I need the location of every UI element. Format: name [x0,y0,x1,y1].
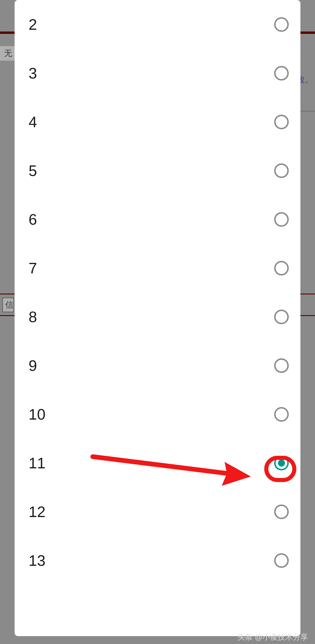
option-row-7[interactable]: 7 [15,244,300,292]
radio-button[interactable] [274,407,289,422]
radio-button[interactable] [274,553,289,568]
radio-button[interactable] [274,310,289,324]
option-label: 6 [29,211,37,228]
option-label: 11 [29,454,46,472]
option-row-13[interactable]: 13 [15,536,300,585]
option-row-12[interactable]: 12 [15,487,300,536]
radio-button[interactable] [274,456,289,470]
radio-button[interactable] [274,358,289,373]
radio-button[interactable] [274,115,289,129]
option-label: 3 [29,64,37,82]
bg-box-partial: 信 [2,298,14,312]
option-label: 7 [29,259,37,277]
option-label: 12 [29,503,46,521]
option-label: 4 [29,113,37,131]
radio-circle-icon [274,505,289,519]
option-row-5[interactable]: 5 [15,146,300,195]
radio-button[interactable] [274,66,289,81]
option-label: 5 [29,162,37,179]
radio-circle-icon [274,261,289,275]
option-row-4[interactable]: 4 [15,97,300,146]
radio-circle-icon [274,163,289,178]
option-row-6[interactable]: 6 [15,195,300,244]
radio-circle-icon [274,358,289,373]
option-label: 8 [29,308,37,326]
option-label: 2 [29,16,37,33]
option-row-9[interactable]: 9 [15,341,300,390]
watermark-prefix: 头条 [237,632,253,642]
option-row-8[interactable]: 8 [15,292,300,341]
radio-dot-icon [278,460,285,467]
radio-circle-icon [274,115,289,129]
radio-button[interactable] [274,212,289,227]
bg-field-partial: 无 [0,46,15,61]
watermark-text: @小俊技术分享 [255,632,308,642]
radio-circle-icon [274,17,289,32]
radio-circle-icon [274,66,289,81]
bg-line [300,111,315,111]
option-row-2[interactable]: 2 [15,0,300,49]
selection-dialog: 2345678910111213 [15,0,300,636]
radio-circle-icon [274,212,289,227]
radio-button[interactable] [274,17,289,32]
option-row-11[interactable]: 11 [15,439,300,487]
option-label: 9 [29,357,37,374]
option-label: 13 [29,552,46,569]
radio-circle-icon [274,310,289,324]
option-label: 10 [29,406,46,423]
radio-circle-icon [274,553,289,568]
radio-button[interactable] [274,505,289,519]
option-row-3[interactable]: 3 [15,49,300,97]
radio-circle-icon [274,407,289,422]
watermark: 头条 @小俊技术分享 [237,632,308,642]
radio-button[interactable] [274,163,289,178]
radio-button[interactable] [274,261,289,275]
option-row-10[interactable]: 10 [15,390,300,439]
